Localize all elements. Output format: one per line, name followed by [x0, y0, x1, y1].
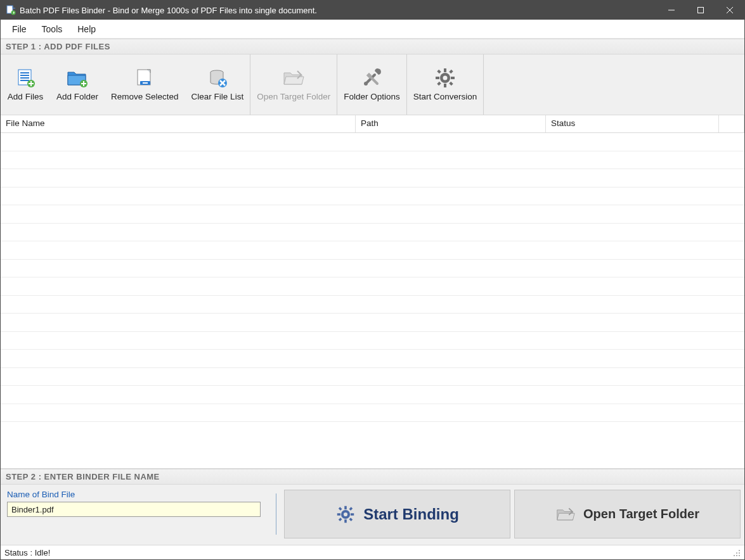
clear-file-list-button[interactable]: Clear File List [185, 54, 250, 115]
svg-rect-34 [437, 82, 441, 86]
clear-file-list-label: Clear File List [191, 92, 244, 101]
folder-options-label: Folder Options [344, 92, 400, 101]
table-row [1, 133, 744, 151]
column-status[interactable]: Status [546, 115, 719, 132]
remove-selected-label: Remove Selected [111, 92, 179, 101]
gear-icon [335, 504, 356, 525]
step2-header: STEP 2 : ENTER BINDER FILE NAME [1, 469, 744, 485]
add-files-icon [14, 67, 37, 89]
table-row [1, 314, 744, 332]
svg-point-35 [443, 76, 448, 80]
svg-rect-28 [444, 84, 446, 87]
add-files-button[interactable]: Add Files [1, 54, 50, 115]
svg-rect-3 [698, 8, 704, 13]
svg-rect-37 [344, 506, 347, 509]
window-title: Batch PDF Files Binder - Bind or Merge 1… [20, 6, 657, 15]
menu-help[interactable]: Help [70, 22, 103, 37]
svg-point-50 [736, 555, 737, 556]
close-button[interactable] [715, 1, 744, 20]
table-row [1, 260, 744, 278]
add-files-label: Add Files [8, 92, 43, 101]
folder-options-button[interactable]: Folder Options [337, 54, 406, 115]
titlebar: Batch PDF Files Binder - Bind or Merge 1… [1, 1, 744, 20]
svg-point-46 [739, 550, 740, 551]
svg-rect-27 [444, 68, 446, 72]
table-row [1, 368, 744, 386]
column-spacer [719, 115, 744, 132]
table-row [1, 404, 744, 423]
table-row [1, 169, 744, 188]
step2-panel: Name of Bind File [1, 485, 744, 545]
svg-rect-29 [436, 77, 439, 79]
maximize-icon [697, 7, 704, 13]
toolbar-group-options: Folder Options [337, 54, 407, 115]
svg-rect-33 [449, 70, 453, 73]
svg-point-49 [734, 555, 735, 556]
open-target-folder-big-label: Open Target Folder [583, 507, 699, 521]
table-row [1, 151, 744, 170]
menu-file[interactable]: File [4, 22, 34, 37]
open-target-folder-label: Open Target Folder [257, 92, 330, 101]
bind-name-input[interactable] [7, 502, 261, 517]
maximize-button[interactable] [686, 1, 715, 20]
menu-tools[interactable]: Tools [34, 22, 70, 37]
bind-name-label: Name of Bind File [7, 490, 266, 499]
svg-point-48 [739, 552, 740, 554]
status-text: Status : Idle! [4, 548, 50, 557]
table-row [1, 350, 744, 368]
table-row [1, 296, 744, 314]
file-table-header: File Name Path Status [1, 115, 744, 133]
start-binding-label: Start Binding [363, 506, 459, 523]
toolbar-group-run: Start Conversion [407, 54, 484, 115]
table-row [1, 205, 744, 224]
column-path[interactable]: Path [356, 115, 546, 132]
window-controls [657, 1, 744, 20]
table-row [1, 332, 744, 350]
app-icon [6, 5, 16, 15]
table-row [1, 386, 744, 404]
open-target-folder-button[interactable]: Open Target Folder [250, 54, 337, 115]
add-folder-button[interactable]: Add Folder [50, 54, 105, 115]
svg-rect-43 [349, 507, 353, 511]
add-folder-icon [66, 67, 89, 89]
toolbar-group-target: Open Target Folder [250, 54, 337, 115]
svg-point-45 [344, 512, 347, 516]
bind-name-box: Name of Bind File [4, 490, 268, 538]
svg-rect-38 [344, 519, 347, 522]
svg-point-51 [739, 555, 740, 556]
svg-rect-32 [449, 82, 453, 86]
open-folder-icon [555, 504, 576, 525]
svg-point-24 [364, 82, 368, 86]
column-filename[interactable]: File Name [1, 115, 356, 132]
tools-icon [360, 67, 383, 89]
file-table-body[interactable] [1, 133, 744, 468]
menubar: File Tools Help [1, 20, 744, 39]
remove-selected-button[interactable]: Remove Selected [105, 54, 185, 115]
toolbar-group-file-ops: Add Files Add Folder [1, 54, 250, 115]
svg-rect-41 [339, 507, 342, 511]
resize-grip-icon[interactable] [732, 548, 741, 557]
toolbar: Add Files Add Folder [1, 54, 744, 115]
table-row [1, 277, 744, 296]
minimize-button[interactable] [657, 1, 686, 20]
open-target-folder-big-button[interactable]: Open Target Folder [514, 490, 741, 538]
step1-header: STEP 1 : ADD PDF FILES [1, 39, 744, 54]
svg-rect-39 [337, 513, 340, 516]
start-conversion-button[interactable]: Start Conversion [407, 54, 484, 115]
svg-rect-31 [437, 70, 441, 73]
add-folder-label: Add Folder [56, 92, 98, 101]
table-row [1, 188, 744, 206]
statusbar: Status : Idle! [1, 545, 744, 559]
open-folder-icon [282, 67, 305, 89]
start-conversion-label: Start Conversion [413, 92, 477, 101]
app-window: Batch PDF Files Binder - Bind or Merge 1… [0, 0, 745, 560]
separator [276, 493, 276, 535]
svg-rect-44 [339, 518, 342, 521]
start-binding-button[interactable]: Start Binding [284, 490, 510, 538]
gear-icon [434, 67, 457, 89]
svg-rect-40 [351, 513, 354, 516]
svg-rect-30 [451, 77, 455, 79]
svg-point-47 [736, 552, 737, 554]
file-table: File Name Path Status [1, 115, 744, 469]
svg-rect-42 [349, 518, 353, 521]
